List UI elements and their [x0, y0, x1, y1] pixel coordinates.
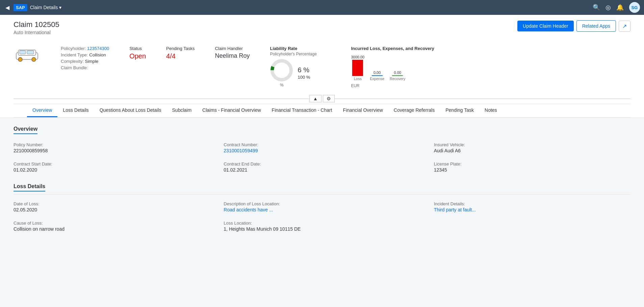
tab-loss-details[interactable]: Loss Details	[57, 104, 94, 117]
policy-number-value: 2210000859958	[14, 148, 210, 153]
loss-bar-group: 3000.00 Loss	[351, 55, 364, 81]
incurred-title: Incurred Loss, Expenses, and Recovery	[351, 46, 434, 51]
description-label: Description of Loss Location:	[224, 201, 420, 206]
expense-bar-group: 0.00 Expense	[370, 71, 384, 81]
update-claim-header-button[interactable]: Update Claim Header	[517, 21, 574, 31]
pending-tasks-block: Pending Tasks 4/4	[166, 46, 195, 60]
policy-number-field: Policy Number: 2210000859958	[14, 142, 210, 153]
recovery-bar-group: 0.00 Recovery	[390, 71, 405, 81]
incident-type-label: Incident Type:	[61, 52, 88, 57]
description-field: Description of Loss Location: Road accid…	[224, 201, 420, 212]
insured-vehicle-value: Audi Audi A6	[434, 148, 630, 153]
incurred-bar-chart: 3000.00 Loss 0.00 Expense 0.00 Recovery	[351, 55, 434, 81]
license-plate-label: License Plate:	[434, 161, 630, 167]
contract-number-link[interactable]: 2310001059499	[224, 148, 420, 153]
insured-vehicle-field: Insured Vehicle: Audi Audi A6	[434, 142, 630, 153]
loss-bar-label: Loss	[354, 77, 362, 81]
status-value: Open	[129, 52, 146, 60]
status-label: Status	[129, 46, 146, 51]
pending-tasks-label: Pending Tasks	[166, 46, 195, 51]
contract-start-field: Contract Start Date: 01.02.2020	[14, 161, 210, 173]
recovery-bar	[392, 75, 403, 76]
tab-pending-task[interactable]: Pending Task	[440, 104, 479, 117]
claim-handler-value: Neelima Roy	[215, 52, 250, 59]
tab-coverage-referrals[interactable]: Coverage Referrals	[388, 104, 440, 117]
pending-tasks-value: 4/4	[166, 52, 195, 60]
expense-bar	[372, 75, 383, 76]
liability-donut-chart	[270, 58, 293, 82]
policy-number-label: Policy Number:	[14, 142, 210, 147]
collapse-strip: ▲ ⚙	[14, 94, 630, 104]
incurred-currency: EUR	[351, 83, 434, 88]
loss-details-section-header: Loss Details	[14, 183, 45, 191]
claim-handler-label: Claim Handler	[215, 46, 250, 51]
contract-number-label: Contract Number:	[224, 142, 420, 147]
claim-bundle-label: Claim Bundle:	[61, 65, 88, 70]
page-header: Claim 102505 Auto International Update C…	[0, 15, 644, 118]
back-button[interactable]: ◀	[4, 3, 11, 12]
claim-subtitle: Auto International	[14, 30, 59, 35]
loss-location-label: Loss Location:	[224, 221, 420, 226]
related-apps-button[interactable]: Related Apps	[576, 20, 616, 32]
insured-vehicle-label: Insured Vehicle:	[434, 142, 630, 147]
date-of-loss-label: Date of Loss:	[14, 201, 210, 206]
recovery-bar-label: Recovery	[390, 77, 405, 81]
svg-rect-4	[20, 51, 26, 54]
tab-subclaim[interactable]: Subclaim	[167, 104, 197, 117]
date-of-loss-field: Date of Loss: 02.05.2020	[14, 201, 210, 212]
collapse-button[interactable]: ▲	[309, 95, 321, 102]
date-of-loss-value: 02.05.2020	[14, 207, 210, 212]
incident-type-value: Collision	[89, 52, 106, 57]
tab-notes[interactable]: Notes	[479, 104, 503, 117]
tab-financial-transaction[interactable]: Financial Transaction - Chart	[266, 104, 338, 117]
info-bar: Policyholder: 123574300 Incident Type: C…	[14, 41, 630, 94]
recovery-bar-value: 0.00	[394, 71, 401, 75]
contract-end-label: Contract End Date:	[224, 161, 420, 167]
overview-fields-grid: Policy Number: 2210000859958 Contract Nu…	[14, 142, 630, 173]
search-icon[interactable]: 🔍	[593, 4, 600, 11]
cause-of-loss-field: Cause of Loss: Collision on narrow road	[14, 221, 210, 232]
claim-title: Claim 102505	[14, 20, 59, 29]
liability-pct-total: 100 %	[298, 75, 310, 80]
policy-info-block: Policyholder: 123574300 Incident Type: C…	[61, 46, 109, 70]
contract-start-label: Contract Start Date:	[14, 161, 210, 167]
policyholder-label: Policyholder:	[61, 46, 86, 51]
globe-icon[interactable]: ◎	[606, 4, 611, 11]
cause-of-loss-value: Collision on narrow road	[14, 226, 210, 232]
license-plate-value: 12345	[434, 167, 630, 173]
claim-handler-block: Claim Handler Neelima Roy	[215, 46, 250, 59]
expense-bar-label: Expense	[370, 77, 384, 81]
expense-bar-value: 0.00	[373, 71, 381, 75]
tab-overview[interactable]: Overview	[27, 104, 57, 117]
liability-title: Liability Rate	[270, 46, 331, 51]
share-button[interactable]: ↗	[619, 21, 630, 32]
tab-financial-overview[interactable]: Financial Overview	[338, 104, 388, 117]
contract-end-field: Contract End Date: 01.02.2021	[224, 161, 420, 173]
description-link[interactable]: Road accidents have ...	[224, 207, 420, 212]
tabs-bar: Overview Loss Details Questions About Lo…	[14, 104, 630, 118]
customize-button[interactable]: ⚙	[323, 95, 335, 102]
tab-claims-financial[interactable]: Claims - Financial Overview	[197, 104, 266, 117]
svg-point-6	[272, 61, 291, 80]
loss-bar	[352, 60, 363, 76]
header-actions: Update Claim Header Related Apps ↗	[517, 20, 630, 32]
car-icon	[15, 46, 39, 62]
loss-details-section: Loss Details Date of Loss: 02.05.2020 De…	[14, 183, 630, 232]
tab-questions[interactable]: Questions About Loss Details	[94, 104, 167, 117]
avatar[interactable]: SG	[629, 2, 640, 13]
loss-location-field: Loss Location: 1, Heights Mas Munich 09 …	[224, 221, 420, 232]
policyholder-link[interactable]: 123574300	[87, 46, 109, 51]
overview-section-header: Overview	[14, 126, 37, 134]
svg-point-3	[32, 57, 36, 61]
loss-bar-value: 3000.00	[351, 55, 364, 59]
contract-end-value: 01.02.2021	[224, 167, 420, 173]
top-navigation: ◀ SAP Claim Details ▾ 🔍 ◎ 🔔 SG	[0, 0, 644, 15]
incurred-block: Incurred Loss, Expenses, and Recovery 30…	[351, 46, 434, 88]
incident-details-link[interactable]: Third party at fault...	[434, 207, 630, 212]
content-area: Overview Policy Number: 2210000859958 Co…	[0, 118, 644, 251]
bell-icon[interactable]: 🔔	[616, 4, 624, 11]
loss-details-fields-grid: Date of Loss: 02.05.2020 Description of …	[14, 201, 630, 232]
contract-start-value: 01.02.2020	[14, 167, 210, 173]
svg-rect-5	[27, 51, 34, 54]
incident-details-label: Incident Details:	[434, 201, 630, 206]
